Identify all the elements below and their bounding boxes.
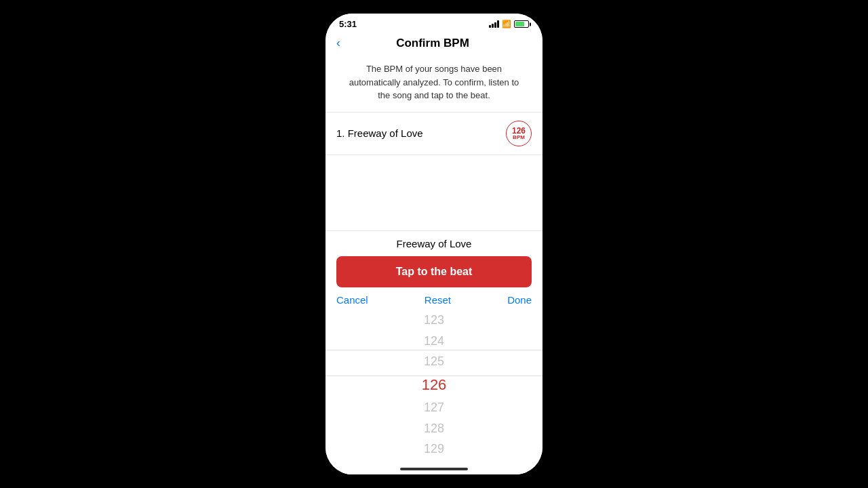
reset-button[interactable]: Reset [425, 294, 451, 306]
picker-item-127[interactable]: 127 [326, 397, 542, 418]
picker-separator-bottom [326, 375, 542, 376]
bpm-unit: BPM [513, 135, 525, 140]
wifi-icon: 📶 [502, 20, 511, 28]
battery-icon [514, 20, 529, 28]
status-bar: 5:31 📶 [326, 14, 542, 32]
bottom-panel: Freeway of Love Tap to the beat Cancel R… [326, 230, 542, 474]
song-row[interactable]: 1. Freeway of Love 126 BPM [326, 113, 542, 155]
home-bar [400, 468, 468, 470]
status-icons: 📶 [489, 20, 529, 28]
picker-item-123[interactable]: 123 [326, 310, 542, 331]
done-button[interactable]: Done [507, 294, 532, 306]
page-title: Confirm BPM [346, 37, 519, 50]
action-row: Cancel Reset Done [326, 291, 542, 310]
phone-frame: 5:31 📶 ‹ Confirm BPM The BPM of your [326, 14, 542, 474]
bpm-picker[interactable]: 123 124 125 126 127 128 129 [326, 310, 542, 465]
home-indicator [326, 465, 542, 474]
signal-icon [489, 20, 499, 28]
song-list: 1. Freeway of Love 126 BPM [326, 112, 542, 155]
picker-item-128[interactable]: 128 [326, 418, 542, 439]
main-content: The BPM of your songs have been automati… [326, 56, 542, 230]
picker-separator-top [326, 350, 542, 350]
back-button[interactable]: ‹ [336, 36, 346, 50]
empty-space [326, 155, 542, 231]
cancel-button[interactable]: Cancel [336, 294, 368, 306]
song-title: 1. Freeway of Love [336, 127, 423, 139]
picker-item-129[interactable]: 129 [326, 439, 542, 460]
status-time: 5:31 [339, 19, 357, 29]
tap-beat-button[interactable]: Tap to the beat [336, 256, 532, 287]
nav-bar: ‹ Confirm BPM [326, 32, 542, 56]
picker-item-125[interactable]: 125 [326, 351, 542, 372]
panel-song-name: Freeway of Love [326, 231, 542, 253]
bpm-number: 126 [512, 127, 526, 135]
picker-item-124[interactable]: 124 [326, 331, 542, 352]
bpm-badge[interactable]: 126 BPM [506, 121, 532, 146]
description-text: The BPM of your songs have been automati… [326, 56, 542, 112]
